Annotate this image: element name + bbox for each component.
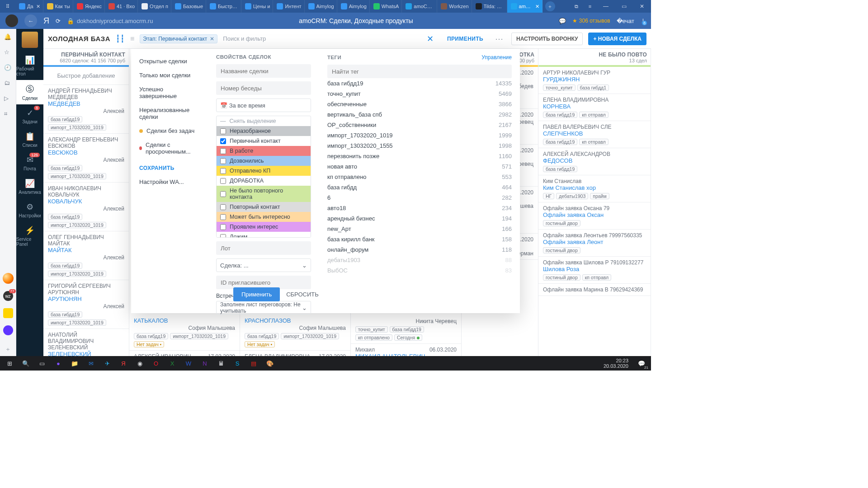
deal-card[interactable]: ОЛЕГ ГЕННАДЬЕВИЧ МАЙТАК МАЙТАК Алексей б…	[43, 231, 129, 280]
tag-row[interactable]: перезвонить позже1160	[327, 151, 512, 161]
tag-row[interactable]: онлайн_форум118	[327, 244, 512, 255]
stage-option[interactable]: Проявлен интерес	[217, 222, 311, 232]
browser-tab[interactable]: Aimylog	[305, 0, 337, 13]
reset-button[interactable]: СБРОСИТЬ	[286, 287, 319, 301]
calc-icon[interactable]: 🖩	[213, 357, 229, 370]
browser-tab[interactable]: Быстрый	[206, 0, 241, 13]
search-input[interactable]: Поиск и фильтр	[223, 35, 417, 42]
preset-option[interactable]: Открытые сделки	[139, 54, 200, 68]
deal-card[interactable]: Михаил06.03.2020 МИХАИЛ АНАТОЛЬЕВИЧ ВАСИ…	[351, 344, 461, 356]
browser-tab[interactable]: Aimylog	[337, 0, 370, 13]
crm-logo[interactable]	[22, 32, 38, 48]
stage-option[interactable]: В работе	[217, 146, 311, 156]
configure-funnel-button[interactable]: НАСТРОИТЬ ВОРОНКУ	[511, 33, 583, 45]
apply-filter-button[interactable]: ПРИМЕНИТЬ	[443, 36, 487, 42]
yandex-icon[interactable]: Я	[43, 16, 49, 26]
tag-row[interactable]: ВыбОС83	[327, 265, 512, 276]
deal-card[interactable]: АЛЕКСАНДР ЕВГЕНЬЕВИЧ ЕВСЮКОВ ЕВСЮКОВ Але…	[43, 134, 129, 183]
deal-card[interactable]: Офлайн заявка Марина В 79629424369	[538, 284, 651, 296]
yandex-icon[interactable]: Я	[116, 357, 131, 370]
stage-option[interactable]: Может быть интересно	[217, 212, 311, 222]
pdf-icon[interactable]: ▤	[246, 357, 261, 370]
chrome-icon[interactable]: ◉	[132, 357, 147, 370]
preset-option[interactable]: Только мои сделки	[139, 68, 200, 82]
stage-option[interactable]: Отправлено КП	[217, 166, 311, 176]
menu-icon[interactable]: ≡	[583, 0, 597, 13]
nav-Настройки[interactable]: ⚙Настройки	[16, 198, 43, 222]
search-icon[interactable]: 🔍	[18, 357, 33, 370]
tag-row[interactable]: новая авто571	[327, 161, 512, 172]
stage-option[interactable]: Дожим	[217, 232, 311, 238]
browser-tab[interactable]: 41 · Вхо	[105, 0, 138, 13]
tag-row[interactable]: кп отправлено553	[327, 172, 512, 182]
stage-option[interactable]: Не было повторного контакта	[217, 186, 311, 202]
close-window-button[interactable]: ✕	[633, 0, 651, 13]
stage-option[interactable]: Повторный контакт	[217, 202, 311, 212]
browser-tab[interactable]: Базовые	[171, 0, 206, 13]
preset-option[interactable]: Сделки с просроченным...	[139, 138, 200, 159]
clear-search-button[interactable]: ✕	[423, 31, 438, 47]
tag-row[interactable]: вертикаль_база спб2982	[327, 109, 512, 120]
tag-row[interactable]: дебаты190388	[327, 255, 512, 265]
stage-option[interactable]: Дозвонились	[217, 156, 311, 166]
new-tab-button[interactable]: ＋	[545, 1, 555, 11]
date-range-select[interactable]: 📅 За все время	[216, 99, 311, 112]
tag-row[interactable]: 6282	[327, 192, 512, 203]
deal-card[interactable]: АЛЕКСЕЙ ИВАНОВИЧ ВАРЗАРЬ17.03.2020 ВАРЗА…	[129, 351, 240, 356]
start-button[interactable]: ⊞	[2, 357, 17, 370]
tag-row[interactable]: база гибдд1914335	[327, 78, 512, 89]
onenote-icon[interactable]: N	[197, 357, 212, 370]
screenshot-icon[interactable]: ⌗	[4, 110, 12, 118]
deselect-all[interactable]: Снять выделение	[230, 118, 276, 124]
clock-icon[interactable]: 🕘	[4, 64, 12, 72]
chat-icon[interactable]: 💬	[559, 18, 566, 24]
opera-icon[interactable]: O	[148, 357, 164, 370]
deal-card[interactable]: АНДРЕЙ ГЕННАДЬЕВИЧ МЕДВЕДЕВ МЕДВЕДЕВ Але…	[43, 85, 129, 134]
explorer-icon[interactable]: 📁	[67, 357, 82, 370]
tag-row[interactable]: база гибдд464	[327, 182, 512, 192]
nav-Рабочий стол[interactable]: 📊Рабочий стол	[16, 52, 43, 80]
deal-card[interactable]: ИВАН НИКОЛАЕВИЧ КОВАЛЬЧУК КОВАЛЬЧУК Алек…	[43, 183, 129, 231]
downloads-icon[interactable]: ⤓	[641, 18, 646, 24]
tag-row[interactable]: точно_купит5469	[327, 89, 512, 99]
list-view-icon[interactable]: ≡	[130, 35, 134, 43]
save-filter-button[interactable]: СОХРАНИТЬ	[139, 159, 200, 175]
nav-Списки[interactable]: 📋Списки	[16, 128, 43, 151]
tag-row[interactable]: ОР_собственники2167	[327, 120, 512, 130]
deal-card[interactable]: АЛЕКСЕЙ АЛЕКСАНДРОВ ФЕДОСОВ база гибдд19	[538, 148, 651, 175]
deal-card[interactable]: Офлайн заявка Шилова Р 79109132277 Шилов…	[538, 257, 651, 284]
deal-card[interactable]: ПАВЕЛ ВАЛЕРЬЕВИЧ СЛЕ СЛЕПЧЕНКОВ база гиб…	[538, 121, 651, 148]
deal-card[interactable]: Ким Станислав Ким Станислав хор НГдебаты…	[538, 175, 651, 202]
copy-tab-icon[interactable]: ⧉	[570, 0, 583, 13]
deal-card[interactable]: Офлайн заявка Оксана 79 Офлайн заявка Ок…	[538, 202, 651, 230]
nav-Почта[interactable]: ✉Почта126	[16, 151, 43, 175]
telegram-icon[interactable]: ✈	[99, 357, 115, 370]
back-button[interactable]: ←	[24, 14, 37, 27]
stage-option[interactable]: Неразобранное	[217, 126, 311, 136]
stage-option[interactable]: Первичный контакт	[217, 136, 311, 146]
preset-option[interactable]: Нереализованные сделки	[139, 103, 200, 124]
browser-tab[interactable]: Цены и	[241, 0, 273, 13]
apply-button[interactable]: Применить	[233, 287, 280, 301]
browser-tab[interactable]: amoCRM	[402, 0, 437, 13]
paint-icon[interactable]: 🎨	[262, 357, 278, 370]
deal-card[interactable]: Никита Черевец точно_купитбаза гибдд19кп…	[351, 314, 461, 344]
browser-tab[interactable]: Яндекс	[73, 0, 105, 13]
new-deal-button[interactable]: + НОВАЯ СДЕЛКА	[588, 33, 646, 45]
tag-search-input[interactable]	[327, 65, 512, 78]
add-panel-button[interactable]: ＋	[5, 345, 11, 353]
more-icon[interactable]: ⋯	[492, 34, 506, 44]
deal-card[interactable]: КРАСНОГЛАЗОВ София Малышева база гибдд19…	[240, 314, 350, 351]
bookmark-icon[interactable]: �ечат	[617, 18, 634, 24]
apps-icon[interactable]: ⠿	[0, 0, 15, 13]
pipeline-switch-icon[interactable]: ┇┇	[116, 34, 125, 43]
browser-tab[interactable]: Интент	[273, 0, 304, 13]
play-icon[interactable]: ▷	[4, 95, 12, 103]
deal-card[interactable]: Офлайн заявка Леонтьев 79997560335 Офлай…	[538, 230, 651, 257]
deal-name-input[interactable]	[216, 64, 311, 78]
browser-tab[interactable]: Workzen	[437, 0, 472, 13]
deal-card[interactable]: ЕЛЕНА ВЛАДИМИРОВНА СТАРИКОВА17.03.2020 С…	[240, 351, 350, 356]
browser-tab[interactable]: Tilda: CR	[472, 0, 507, 13]
reviews-badge[interactable]: ★ 306 отзывов	[572, 18, 610, 24]
workzen-icon[interactable]: wz77	[3, 291, 13, 301]
